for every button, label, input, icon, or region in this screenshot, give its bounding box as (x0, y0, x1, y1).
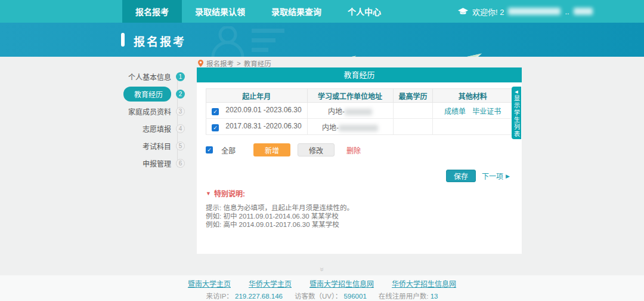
transcript-link[interactable]: 成绩单 (444, 108, 466, 116)
table-header-row: 起止年月 学习或工作单位地址 最高学历 其他材料 (206, 89, 513, 103)
note-line: 提示: 信息为必填项，且起止年月须是连续性的。 (206, 204, 522, 212)
row-checkbox[interactable]: ✓ (212, 108, 219, 115)
paper-plane-icon (337, 56, 356, 57)
sidebar-item-personal-info[interactable]: 个人基本信息 1 (95, 68, 185, 85)
column-header-other-materials: 其他材料 (433, 89, 513, 103)
page-title: 报名报考 (134, 33, 186, 49)
link-hqu-homepage[interactable]: 华侨大学主页 (249, 278, 292, 288)
step-number-badge: 5 (176, 142, 185, 150)
arrow-right-icon: ▶ (506, 173, 510, 179)
breadcrumb-current: 教育经历 (244, 59, 271, 68)
online-users-stat: 在线注册用户数: 13 (379, 291, 438, 300)
note-line: 例如: 高中 2014.09.01-2017.06.30 某某学校 (206, 220, 522, 229)
redacted-user-id (508, 8, 561, 15)
welcome-dots: .. (565, 7, 569, 16)
education-level-value (393, 119, 433, 135)
next-item-label: 下一项 (482, 171, 503, 181)
redacted-address (339, 125, 378, 131)
footer-collapse-chevron[interactable]: » (0, 265, 644, 274)
note-line: 例如: 初中 2011.09.01-2014.06.30 某某学校 (206, 212, 522, 220)
show-student-list-tab[interactable]: ◀ 显示学生列表 (512, 87, 521, 139)
column-header-period: 起止年月 (206, 89, 308, 103)
profile-card-watermark-icon (210, 26, 323, 57)
nav-tab-luqu-jieguo-chaxun[interactable]: 录取结果查询 (258, 0, 335, 23)
main-nav: 报名报考 录取结果认领 录取结果查询 个人中心 (122, 0, 394, 23)
side-tab-label: 显示学生列表 (512, 95, 521, 138)
table-row: ✓ 2017.08.31 -2020.06.30 内地- (206, 119, 513, 135)
arrow-left-icon: ◀ (515, 89, 518, 94)
step-number-badge: 4 (176, 124, 185, 133)
special-notes-title: 特别说明: (214, 188, 245, 198)
link-hqu-admissions[interactable]: 华侨大学招生信息网 (392, 278, 456, 288)
step-label: 家庭成员资料 (128, 106, 171, 116)
select-all-label: 全部 (221, 145, 236, 155)
diploma-link[interactable]: 毕业证书 (472, 108, 501, 116)
visitor-ip-stat: 来访IP： 219.227.68.146 (206, 291, 283, 300)
row-checkbox[interactable]: ✓ (212, 124, 219, 131)
education-history-panel: 教育经历 起止年月 学习或工作单位地址 最高学历 其他材料 ✓ 2020.09.… (197, 67, 522, 254)
stat-value: 596001 (343, 293, 366, 300)
breadcrumb: 报名报考 > 教育经历 (198, 59, 271, 68)
sidebar-item-preferences[interactable]: 志愿填报 4 (95, 120, 185, 137)
period-value: 2020.09.01 -2023.06.30 (225, 106, 301, 114)
step-label: 志愿填报 (143, 124, 171, 134)
nav-tab-luqu-jieguo-renling[interactable]: 录取结果认领 (182, 0, 258, 23)
add-button[interactable]: 新增 (253, 143, 290, 156)
location-pin-icon (198, 60, 203, 67)
step-label: 考试科目 (143, 141, 171, 151)
period-value: 2017.08.31 -2020.06.30 (225, 122, 301, 130)
footer-stats: 来访IP： 219.227.68.146 访客数（UV）： 596001 在线注… (0, 291, 644, 300)
redacted-address (345, 109, 372, 115)
special-notes-header: ▼ 特别说明: (206, 188, 522, 198)
nav-tab-baoming-baokao[interactable]: 报名报考 (122, 0, 182, 23)
stat-value: 219.227.68.146 (235, 293, 283, 300)
panel-title: 教育经历 (197, 67, 522, 82)
column-header-address: 学习或工作单位地址 (307, 89, 393, 103)
education-level-value (393, 103, 433, 119)
delete-button[interactable]: 删除 (346, 145, 361, 155)
sidebar-item-declaration-management[interactable]: 申报管理 6 (95, 155, 185, 172)
sidebar-item-exam-subjects[interactable]: 考试科目 5 (95, 137, 185, 155)
step-number-badge: 1 (176, 72, 185, 81)
materials-cell-empty (433, 119, 513, 135)
sidebar-item-family-members[interactable]: 家庭成员资料 3 (95, 103, 185, 120)
edit-button[interactable]: 修改 (298, 143, 335, 156)
top-navigation-bar: 报名报考 录取结果认领 录取结果查询 个人中心 欢迎你! 2 .. (0, 0, 644, 23)
table-row: ✓ 2020.09.01 -2023.06.30 内地- 成绩单 毕业证书 (206, 103, 513, 119)
visitor-count-stat: 访客数（UV）： 596001 (295, 291, 367, 300)
welcome-text: 欢迎你! 2 (472, 6, 504, 17)
application-steps-nav: 个人基本信息 1 教育经历 2 家庭成员资料 3 志愿填报 4 考试科目 5 申… (95, 68, 185, 172)
step-label: 教育经历 (123, 87, 171, 102)
address-prefix: 内地- (322, 124, 339, 132)
step-label: 个人基本信息 (128, 72, 171, 82)
redacted-user-name (574, 8, 593, 15)
stat-label: 访客数（UV）： (295, 293, 342, 300)
link-jnu-admissions[interactable]: 暨南大学招生信息网 (309, 278, 374, 288)
save-button[interactable]: 保存 (446, 170, 476, 182)
form-actions: 保存 下一项 ▶ (197, 170, 510, 182)
step-number-badge: 6 (176, 159, 185, 168)
column-header-education-level: 最高学历 (393, 89, 433, 103)
step-number-badge: 3 (176, 107, 185, 116)
collapse-triangle-icon: ▼ (206, 191, 211, 196)
select-all-checkbox[interactable]: ✓ (206, 146, 213, 153)
stat-label: 来访IP： (206, 293, 233, 300)
page-banner: 报名报考 (0, 23, 644, 57)
paper-plane-icon (457, 53, 482, 57)
chevron-down-icon: » (318, 268, 326, 272)
welcome-message: 欢迎你! 2 .. (458, 0, 593, 23)
graduation-cap-icon (458, 8, 468, 16)
footer-links: 暨南大学主页 华侨大学主页 暨南大学招生信息网 华侨大学招生信息网 (0, 278, 644, 288)
special-notes-body: 提示: 信息为必填项，且起止年月须是连续性的。 例如: 初中 2011.09.0… (206, 204, 522, 229)
link-jnu-homepage[interactable]: 暨南大学主页 (188, 278, 231, 288)
breadcrumb-root[interactable]: 报名报考 (206, 59, 234, 68)
step-label: 申报管理 (143, 158, 171, 168)
title-accent-bar (121, 33, 125, 47)
sidebar-item-education-history[interactable]: 教育经历 2 (95, 85, 185, 103)
breadcrumb-separator: > (237, 60, 241, 67)
stat-value: 13 (431, 293, 438, 300)
nav-tab-personal-center[interactable]: 个人中心 (335, 0, 394, 23)
table-controls: ✓ 全部 新增 修改 删除 (206, 143, 522, 156)
step-number-badge: 2 (176, 90, 185, 99)
next-item-link[interactable]: 下一项 ▶ (482, 171, 510, 181)
